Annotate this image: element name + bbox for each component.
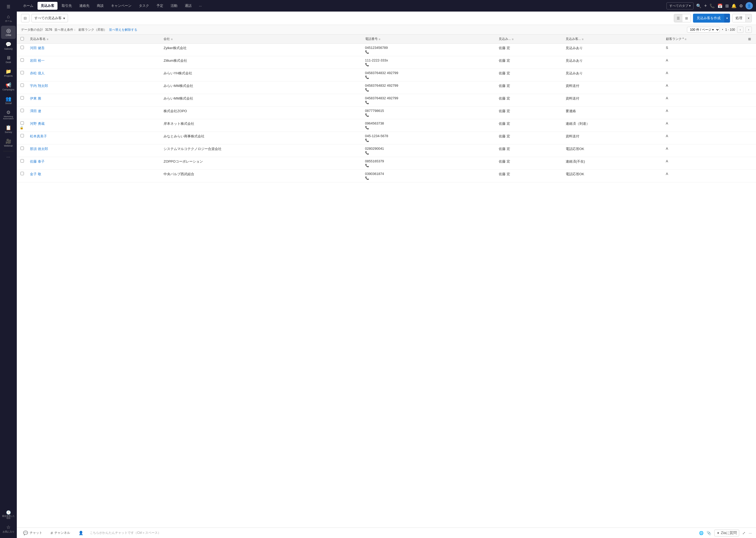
- phone-icon[interactable]: 📞: [710, 3, 715, 8]
- nav-home[interactable]: ホーム: [20, 2, 36, 10]
- nav-accounts[interactable]: 連絡先: [76, 2, 93, 10]
- per-page-select[interactable]: 100 件 / ページ ▾: [687, 27, 720, 32]
- search-icon[interactable]: 🔍: [696, 3, 701, 8]
- sidebar-item-recent[interactable]: 🕐 最近使用した項目: [1, 508, 16, 522]
- remove-sort-link[interactable]: 並べ替えを解除する: [109, 27, 137, 32]
- bell-icon[interactable]: 🔔: [731, 3, 736, 8]
- nav-activities[interactable]: 活動: [167, 2, 181, 10]
- row-checkbox[interactable]: [21, 159, 24, 163]
- company-sort-icon[interactable]: ≡: [171, 37, 172, 41]
- lead-name[interactable]: 岩田 裕一: [30, 58, 158, 63]
- more-icon[interactable]: ···: [749, 531, 752, 535]
- sidebar-item-survey[interactable]: 📋 Survey: [1, 123, 16, 136]
- phone-call-icon[interactable]: 📞: [365, 50, 494, 54]
- row-company-cell: 岸本ネット株式会社: [161, 119, 362, 132]
- nav-more[interactable]: ···: [196, 2, 205, 10]
- lead-name[interactable]: 宇内 翔太郎: [30, 83, 158, 88]
- row-checkbox[interactable]: [21, 96, 24, 100]
- create-lead-button[interactable]: 見込み客を作成 ▾: [693, 14, 730, 23]
- add-icon[interactable]: +: [704, 3, 707, 9]
- col-header-settings[interactable]: ⊞: [745, 35, 756, 44]
- nav-contacts[interactable]: 取引先: [59, 2, 75, 10]
- lead-name[interactable]: 金子 敬: [30, 172, 158, 177]
- phone-sort-icon[interactable]: ≡: [379, 37, 380, 41]
- sidebar-item-crm[interactable]: ◎ CRM: [1, 26, 16, 39]
- sidebar-item-collapse[interactable]: ☰: [1, 3, 16, 11]
- calendar-icon[interactable]: 📅: [717, 3, 723, 8]
- avatar[interactable]: 👤: [745, 2, 753, 10]
- phone-call-icon[interactable]: 📞: [365, 88, 494, 92]
- lead-name[interactable]: 河野 勇蔵: [30, 121, 158, 126]
- settings-icon[interactable]: ⚙: [739, 3, 743, 8]
- assigned-sort-icon[interactable]: ≡: [512, 37, 513, 41]
- emoji-icon[interactable]: 🌐: [699, 531, 703, 535]
- lead-name[interactable]: 佐藤 泰子: [30, 159, 158, 164]
- chat-input-area[interactable]: こちらがかんたんチャットです（Ctrl＋スペース）: [90, 531, 695, 535]
- list-view-button[interactable]: ☰: [674, 14, 683, 22]
- row-checkbox[interactable]: [21, 146, 24, 150]
- lead-name[interactable]: 河田 健吾: [30, 46, 158, 50]
- filter-button[interactable]: ⊟: [21, 14, 29, 22]
- phone-call-icon[interactable]: 📞: [365, 176, 494, 180]
- lead-name[interactable]: 松本真美子: [30, 134, 158, 139]
- name-sort-icon[interactable]: ≡: [47, 37, 48, 41]
- row-checkbox[interactable]: [21, 172, 24, 175]
- phone-call-icon[interactable]: 📞: [365, 113, 494, 117]
- attachment-icon[interactable]: 📎: [707, 531, 711, 535]
- sidebar-item-campaigns[interactable]: 📢 Campaigns: [1, 81, 16, 93]
- sidebar-item-projects[interactable]: 📁 Projects: [1, 67, 16, 80]
- select-all-checkbox[interactable]: [21, 37, 24, 40]
- expand-icon[interactable]: ⤢: [742, 531, 745, 535]
- row-checkbox[interactable]: [21, 134, 24, 137]
- row-checkbox[interactable]: [21, 121, 24, 125]
- view-selector[interactable]: すべての見込み客 ▾: [31, 14, 68, 22]
- nav-tasks[interactable]: タスク: [136, 2, 152, 10]
- nav-calendar[interactable]: 予定: [153, 2, 166, 10]
- sidebar-item-favorites[interactable]: ☆ お気に入り: [1, 523, 16, 535]
- nav-campaigns[interactable]: キャンペーン: [108, 2, 135, 10]
- zia-button[interactable]: ✦ Ziaに質問: [714, 530, 739, 536]
- phone-call-icon[interactable]: 📞: [365, 126, 494, 130]
- lead-name[interactable]: 那須 徳太郎: [30, 146, 158, 151]
- column-settings-icon[interactable]: ⊞: [748, 37, 751, 41]
- chat-tab[interactable]: 💬 チャット: [21, 530, 44, 536]
- row-company-cell: 中央バルブ西武組合: [161, 170, 362, 182]
- grid-view-button[interactable]: ⊞: [683, 14, 691, 22]
- phone-call-icon[interactable]: 📞: [365, 151, 494, 155]
- lead-name[interactable]: 澤田 遼: [30, 109, 158, 114]
- lead-name[interactable]: 伊東 雅: [30, 96, 158, 101]
- row-checkbox[interactable]: [21, 58, 24, 62]
- nav-leads[interactable]: 見込み客: [37, 2, 58, 10]
- sidebar-item-marketing-automation[interactable]: ⚙ Marketing Automation: [1, 108, 16, 123]
- phone-call-icon[interactable]: 📞: [365, 164, 494, 167]
- create-lead-dropdown-button[interactable]: ▾: [724, 14, 730, 23]
- process-button[interactable]: 処理 ▾: [732, 14, 752, 22]
- prev-page-button[interactable]: ‹: [737, 27, 743, 33]
- sidebar-item-social[interactable]: 👥 Social: [1, 94, 16, 107]
- status-sort-icon[interactable]: ≡: [582, 37, 584, 41]
- layout-icon[interactable]: ⊞: [725, 3, 729, 8]
- users-tab[interactable]: 👤: [76, 530, 86, 536]
- channel-tab[interactable]: # チャンネル: [49, 530, 72, 536]
- create-lead-main-button[interactable]: 見込み客を作成: [693, 14, 724, 23]
- phone-call-icon[interactable]: 📞: [365, 101, 494, 104]
- phone-call-icon[interactable]: 📞: [365, 138, 494, 142]
- lead-name[interactable]: 赤松 億人: [30, 71, 158, 76]
- nav-calls[interactable]: 通話: [182, 2, 195, 10]
- sidebar-item-home[interactable]: ⌂ ホーム: [1, 12, 16, 25]
- row-actions-cell: [745, 56, 756, 69]
- all-tabs-button[interactable]: すべてのタブ ▾: [667, 2, 693, 10]
- phone-call-icon[interactable]: 📞: [365, 76, 494, 79]
- row-checkbox[interactable]: [21, 109, 24, 112]
- sidebar-item-desk[interactable]: 🖥 Desk: [1, 53, 16, 66]
- sidebar-item-more[interactable]: ···: [1, 153, 16, 161]
- row-checkbox[interactable]: [21, 46, 24, 49]
- row-checkbox[interactable]: [21, 83, 24, 87]
- rank-sort-icon[interactable]: ≡: [685, 37, 686, 41]
- sidebar-item-webinar[interactable]: 🎥 Webinar: [1, 137, 16, 149]
- next-page-button[interactable]: ›: [745, 27, 752, 33]
- row-checkbox[interactable]: [21, 71, 24, 74]
- nav-deals[interactable]: 商談: [94, 2, 107, 10]
- sidebar-item-salesiq[interactable]: 💬 SalesIQ: [1, 40, 16, 53]
- phone-call-icon[interactable]: 📞: [365, 63, 494, 67]
